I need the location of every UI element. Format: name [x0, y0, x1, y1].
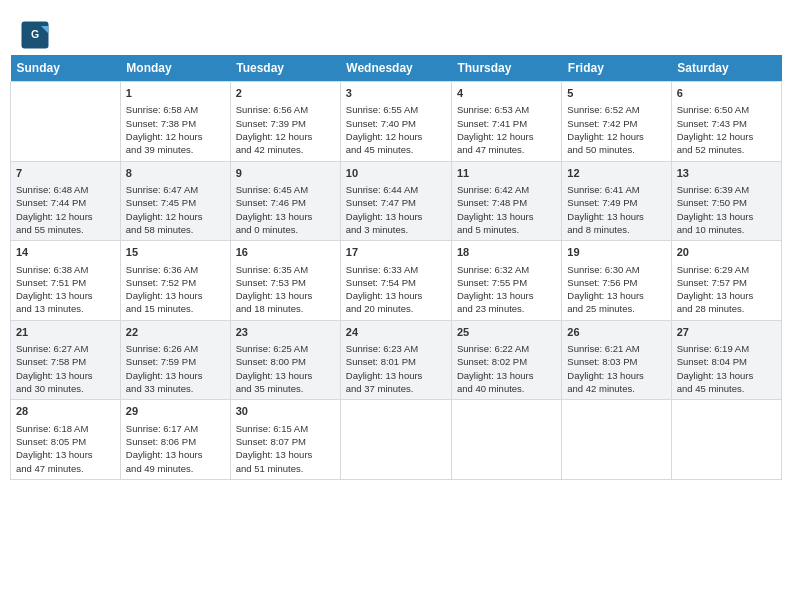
- calendar-week-3: 14Sunrise: 6:38 AM Sunset: 7:51 PM Dayli…: [11, 241, 782, 321]
- svg-text:G: G: [31, 28, 39, 40]
- calendar-cell: [340, 400, 451, 480]
- day-number: 7: [16, 166, 115, 181]
- day-info: Sunrise: 6:26 AM Sunset: 7:59 PM Dayligh…: [126, 342, 225, 395]
- day-number: 23: [236, 325, 335, 340]
- day-info: Sunrise: 6:29 AM Sunset: 7:57 PM Dayligh…: [677, 263, 776, 316]
- day-number: 20: [677, 245, 776, 260]
- calendar-cell: [11, 82, 121, 162]
- day-info: Sunrise: 6:53 AM Sunset: 7:41 PM Dayligh…: [457, 103, 556, 156]
- day-info: Sunrise: 6:42 AM Sunset: 7:48 PM Dayligh…: [457, 183, 556, 236]
- day-number: 10: [346, 166, 446, 181]
- day-info: Sunrise: 6:15 AM Sunset: 8:07 PM Dayligh…: [236, 422, 335, 475]
- day-number: 12: [567, 166, 665, 181]
- day-header-saturday: Saturday: [671, 55, 781, 82]
- day-number: 16: [236, 245, 335, 260]
- day-info: Sunrise: 6:32 AM Sunset: 7:55 PM Dayligh…: [457, 263, 556, 316]
- calendar-cell: 22Sunrise: 6:26 AM Sunset: 7:59 PM Dayli…: [120, 320, 230, 400]
- calendar-cell: 5Sunrise: 6:52 AM Sunset: 7:42 PM Daylig…: [562, 82, 671, 162]
- day-number: 25: [457, 325, 556, 340]
- day-info: Sunrise: 6:17 AM Sunset: 8:06 PM Dayligh…: [126, 422, 225, 475]
- calendar-cell: 4Sunrise: 6:53 AM Sunset: 7:41 PM Daylig…: [451, 82, 561, 162]
- day-number: 27: [677, 325, 776, 340]
- day-header-monday: Monday: [120, 55, 230, 82]
- calendar-cell: [671, 400, 781, 480]
- day-info: Sunrise: 6:39 AM Sunset: 7:50 PM Dayligh…: [677, 183, 776, 236]
- calendar-cell: 19Sunrise: 6:30 AM Sunset: 7:56 PM Dayli…: [562, 241, 671, 321]
- day-info: Sunrise: 6:36 AM Sunset: 7:52 PM Dayligh…: [126, 263, 225, 316]
- day-info: Sunrise: 6:18 AM Sunset: 8:05 PM Dayligh…: [16, 422, 115, 475]
- day-info: Sunrise: 6:25 AM Sunset: 8:00 PM Dayligh…: [236, 342, 335, 395]
- day-number: 1: [126, 86, 225, 101]
- day-info: Sunrise: 6:55 AM Sunset: 7:40 PM Dayligh…: [346, 103, 446, 156]
- calendar-cell: 27Sunrise: 6:19 AM Sunset: 8:04 PM Dayli…: [671, 320, 781, 400]
- day-info: Sunrise: 6:47 AM Sunset: 7:45 PM Dayligh…: [126, 183, 225, 236]
- calendar-week-2: 7Sunrise: 6:48 AM Sunset: 7:44 PM Daylig…: [11, 161, 782, 241]
- calendar-cell: 17Sunrise: 6:33 AM Sunset: 7:54 PM Dayli…: [340, 241, 451, 321]
- day-number: 3: [346, 86, 446, 101]
- calendar-cell: 18Sunrise: 6:32 AM Sunset: 7:55 PM Dayli…: [451, 241, 561, 321]
- calendar-cell: 2Sunrise: 6:56 AM Sunset: 7:39 PM Daylig…: [230, 82, 340, 162]
- day-number: 4: [457, 86, 556, 101]
- calendar-cell: 11Sunrise: 6:42 AM Sunset: 7:48 PM Dayli…: [451, 161, 561, 241]
- day-info: Sunrise: 6:23 AM Sunset: 8:01 PM Dayligh…: [346, 342, 446, 395]
- day-number: 21: [16, 325, 115, 340]
- day-info: Sunrise: 6:19 AM Sunset: 8:04 PM Dayligh…: [677, 342, 776, 395]
- calendar-cell: 8Sunrise: 6:47 AM Sunset: 7:45 PM Daylig…: [120, 161, 230, 241]
- day-info: Sunrise: 6:21 AM Sunset: 8:03 PM Dayligh…: [567, 342, 665, 395]
- day-info: Sunrise: 6:22 AM Sunset: 8:02 PM Dayligh…: [457, 342, 556, 395]
- calendar-cell: 7Sunrise: 6:48 AM Sunset: 7:44 PM Daylig…: [11, 161, 121, 241]
- day-info: Sunrise: 6:52 AM Sunset: 7:42 PM Dayligh…: [567, 103, 665, 156]
- day-number: 28: [16, 404, 115, 419]
- day-info: Sunrise: 6:45 AM Sunset: 7:46 PM Dayligh…: [236, 183, 335, 236]
- calendar-cell: 20Sunrise: 6:29 AM Sunset: 7:57 PM Dayli…: [671, 241, 781, 321]
- calendar-cell: 13Sunrise: 6:39 AM Sunset: 7:50 PM Dayli…: [671, 161, 781, 241]
- calendar-cell: [451, 400, 561, 480]
- calendar-cell: 28Sunrise: 6:18 AM Sunset: 8:05 PM Dayli…: [11, 400, 121, 480]
- day-number: 26: [567, 325, 665, 340]
- day-header-friday: Friday: [562, 55, 671, 82]
- calendar-cell: 15Sunrise: 6:36 AM Sunset: 7:52 PM Dayli…: [120, 241, 230, 321]
- calendar-cell: 10Sunrise: 6:44 AM Sunset: 7:47 PM Dayli…: [340, 161, 451, 241]
- day-number: 2: [236, 86, 335, 101]
- page-header: G: [10, 10, 782, 55]
- calendar-week-5: 28Sunrise: 6:18 AM Sunset: 8:05 PM Dayli…: [11, 400, 782, 480]
- day-info: Sunrise: 6:30 AM Sunset: 7:56 PM Dayligh…: [567, 263, 665, 316]
- day-number: 8: [126, 166, 225, 181]
- day-info: Sunrise: 6:56 AM Sunset: 7:39 PM Dayligh…: [236, 103, 335, 156]
- calendar-cell: [562, 400, 671, 480]
- day-info: Sunrise: 6:50 AM Sunset: 7:43 PM Dayligh…: [677, 103, 776, 156]
- day-info: Sunrise: 6:44 AM Sunset: 7:47 PM Dayligh…: [346, 183, 446, 236]
- day-number: 17: [346, 245, 446, 260]
- day-number: 24: [346, 325, 446, 340]
- day-info: Sunrise: 6:38 AM Sunset: 7:51 PM Dayligh…: [16, 263, 115, 316]
- calendar-cell: 21Sunrise: 6:27 AM Sunset: 7:58 PM Dayli…: [11, 320, 121, 400]
- day-number: 14: [16, 245, 115, 260]
- calendar-cell: 14Sunrise: 6:38 AM Sunset: 7:51 PM Dayli…: [11, 241, 121, 321]
- day-info: Sunrise: 6:58 AM Sunset: 7:38 PM Dayligh…: [126, 103, 225, 156]
- calendar-cell: 24Sunrise: 6:23 AM Sunset: 8:01 PM Dayli…: [340, 320, 451, 400]
- calendar-cell: 29Sunrise: 6:17 AM Sunset: 8:06 PM Dayli…: [120, 400, 230, 480]
- day-number: 19: [567, 245, 665, 260]
- calendar-cell: 23Sunrise: 6:25 AM Sunset: 8:00 PM Dayli…: [230, 320, 340, 400]
- calendar-header-row: SundayMondayTuesdayWednesdayThursdayFrid…: [11, 55, 782, 82]
- day-number: 13: [677, 166, 776, 181]
- day-number: 18: [457, 245, 556, 260]
- day-number: 15: [126, 245, 225, 260]
- day-number: 11: [457, 166, 556, 181]
- logo: G: [20, 20, 54, 50]
- calendar-cell: 16Sunrise: 6:35 AM Sunset: 7:53 PM Dayli…: [230, 241, 340, 321]
- day-header-sunday: Sunday: [11, 55, 121, 82]
- calendar-cell: 9Sunrise: 6:45 AM Sunset: 7:46 PM Daylig…: [230, 161, 340, 241]
- calendar-cell: 30Sunrise: 6:15 AM Sunset: 8:07 PM Dayli…: [230, 400, 340, 480]
- day-info: Sunrise: 6:33 AM Sunset: 7:54 PM Dayligh…: [346, 263, 446, 316]
- calendar-week-1: 1Sunrise: 6:58 AM Sunset: 7:38 PM Daylig…: [11, 82, 782, 162]
- calendar-cell: 3Sunrise: 6:55 AM Sunset: 7:40 PM Daylig…: [340, 82, 451, 162]
- calendar-cell: 25Sunrise: 6:22 AM Sunset: 8:02 PM Dayli…: [451, 320, 561, 400]
- day-number: 9: [236, 166, 335, 181]
- logo-icon: G: [20, 20, 50, 50]
- day-header-wednesday: Wednesday: [340, 55, 451, 82]
- calendar-cell: 6Sunrise: 6:50 AM Sunset: 7:43 PM Daylig…: [671, 82, 781, 162]
- day-info: Sunrise: 6:35 AM Sunset: 7:53 PM Dayligh…: [236, 263, 335, 316]
- day-number: 22: [126, 325, 225, 340]
- day-number: 29: [126, 404, 225, 419]
